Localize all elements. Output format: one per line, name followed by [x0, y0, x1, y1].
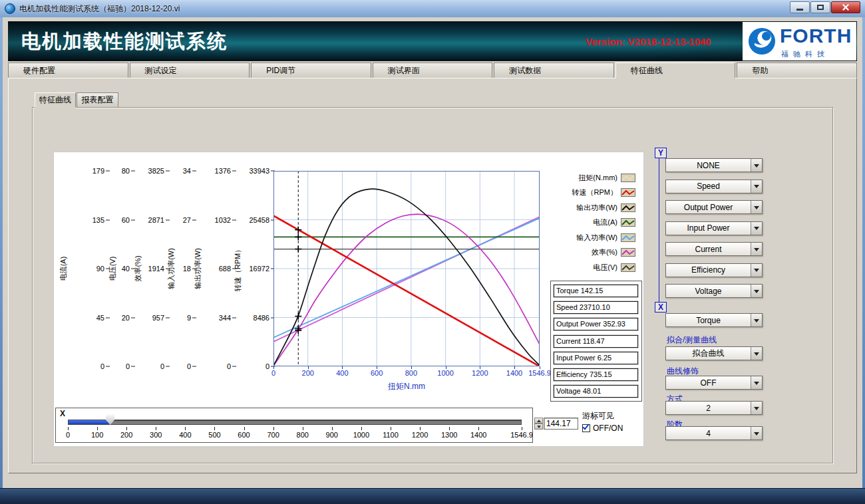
chevron-down-icon[interactable]	[751, 376, 762, 389]
y-plot-select-0[interactable]: NONE	[665, 158, 763, 172]
y-axis-name: 输入功率(W)	[166, 248, 176, 289]
slider-tick-mark	[244, 427, 245, 430]
tab-characteristic-curve[interactable]: 特征曲线	[615, 63, 736, 78]
slider-tick-label: 300	[150, 431, 162, 439]
y-plot-select-2[interactable]: Output Power	[665, 200, 763, 214]
y-axis-tick-mark	[232, 171, 236, 172]
legend-swatch-icon[interactable]	[621, 174, 635, 182]
legend-item[interactable]: 输出功率(W)	[576, 202, 635, 213]
legend-item[interactable]: 电流(A)	[593, 217, 635, 228]
legend-swatch-icon[interactable]	[621, 233, 635, 242]
maximize-button[interactable]	[810, 1, 830, 13]
y-axis-tick: 45	[96, 314, 104, 322]
plot-legend: 扭矩(N.mm)转速（RPM）输出功率(W)电流(A)输入功率(W)效率(%)电…	[530, 171, 638, 279]
slider-tick-label: 800	[297, 431, 309, 439]
taskbar[interactable]	[0, 488, 865, 504]
slider-tick-mark	[156, 427, 156, 430]
spinner-up-icon[interactable]	[534, 418, 543, 424]
chevron-down-icon[interactable]	[751, 347, 762, 360]
chevron-down-icon[interactable]	[751, 285, 762, 297]
chevron-down-icon[interactable]	[751, 402, 762, 414]
chevron-down-icon[interactable]	[751, 201, 762, 213]
slider-tick-label: 1000	[353, 431, 369, 439]
slider-track[interactable]	[68, 420, 522, 425]
cursor-x-input[interactable]	[544, 418, 578, 430]
x-axis-tick: 1000	[437, 369, 453, 377]
legend-label: 电流(A)	[593, 217, 617, 227]
legend-swatch-icon[interactable]	[621, 248, 635, 257]
y-plot-select-0-value: NONE	[666, 161, 751, 170]
chevron-down-icon[interactable]	[751, 264, 762, 277]
curve-decorate-select[interactable]: OFF	[665, 376, 763, 390]
chevron-down-icon[interactable]	[751, 222, 762, 235]
y-axis-tick: 25458	[249, 216, 269, 224]
chevron-down-icon[interactable]	[751, 427, 762, 440]
x-axis-tick: 800	[405, 369, 417, 377]
brand-name: FORTH	[780, 25, 852, 47]
y-axis-name: 效率(%)	[133, 255, 143, 281]
y-plot-select-3[interactable]: Input Power	[665, 221, 763, 235]
legend-label: 效率(%)	[592, 247, 617, 257]
tab-test-interface[interactable]: 测试界面	[373, 63, 493, 78]
y-plot-select-3-value: Input Power	[666, 223, 751, 233]
chevron-down-icon[interactable]	[751, 159, 762, 172]
subtab-characteristic-curve[interactable]: 特征曲线	[35, 92, 76, 107]
curve-4	[273, 218, 540, 338]
title-bar[interactable]: 电机加载性能测试系统（福驰）2018-12-20.vi	[0, 0, 865, 17]
checkbox-icon[interactable]	[582, 424, 590, 432]
y-plot-select-4[interactable]: Current	[665, 242, 763, 256]
legend-label: 电压(V)	[593, 263, 617, 273]
slider-tick-mark	[214, 427, 215, 430]
chevron-down-icon[interactable]	[751, 314, 762, 326]
legend-swatch-icon[interactable]	[621, 203, 635, 212]
y-axis-tick-mark	[232, 366, 236, 367]
chevron-down-icon[interactable]	[751, 180, 762, 193]
y-plot-select-5[interactable]: Efficiency	[665, 263, 763, 277]
legend-item[interactable]: 转速（RPM）	[572, 188, 635, 198]
y-axis-tick: 27	[183, 216, 191, 224]
curve-decorate-select-value: OFF	[666, 378, 751, 388]
fit-measure-select-value: 拟合曲线	[666, 348, 751, 359]
y-axis-tick: 20	[122, 314, 130, 322]
slider-tick-label: 700	[267, 431, 279, 439]
legend-item[interactable]: 输入功率(W)	[576, 232, 635, 243]
tab-hardware-config[interactable]: 硬件配置	[8, 63, 128, 78]
header-banner: 电机加载性能测试系统 Version: V2018-12-13-1040 FOR…	[8, 21, 857, 61]
legend-item[interactable]: 电压(V)	[593, 262, 635, 273]
legend-swatch-icon[interactable]	[621, 188, 635, 197]
y-axis-tick-mark	[131, 171, 135, 172]
tab-help[interactable]: 帮助	[737, 63, 857, 78]
y-axis-tick: 18	[183, 265, 191, 273]
tab-test-setting[interactable]: 测试设定	[130, 63, 250, 78]
legend-swatch-icon[interactable]	[621, 263, 635, 272]
y-axis-tick: 344	[219, 314, 231, 322]
x-axis-select[interactable]: Torque	[665, 313, 763, 327]
minimize-button[interactable]	[790, 1, 810, 13]
order-select[interactable]: 4	[665, 426, 763, 440]
cursor-readout: Speed 23710.10	[554, 301, 638, 314]
version-value: V2018-12-13-1040	[625, 36, 711, 47]
y-plot-select-6[interactable]: Voltage	[665, 284, 763, 298]
fit-measure-select[interactable]: 拟合曲线	[665, 346, 763, 360]
slider-tick-label: 400	[179, 431, 191, 439]
y-axis-tick: 179	[92, 167, 104, 175]
legend-swatch-icon[interactable]	[621, 218, 635, 227]
legend-item[interactable]: 扭矩(N.mm)	[578, 172, 635, 183]
cursor-visible-checkbox[interactable]: OFF/ON	[582, 424, 623, 433]
subtab-report-config[interactable]: 报表配置	[77, 92, 118, 107]
spinner-down-icon[interactable]	[534, 424, 543, 430]
y-axis-tick-mark	[131, 219, 135, 220]
legend-item[interactable]: 效率(%)	[592, 247, 635, 258]
mode-select[interactable]: 2	[665, 401, 763, 415]
maximize-icon	[817, 5, 824, 10]
chevron-down-icon[interactable]	[751, 243, 762, 255]
tab-pid-tuning[interactable]: PID调节	[251, 63, 371, 78]
slider-tick-mark	[332, 427, 333, 430]
window-title: 电机加载性能测试系统（福驰）2018-12-20.vi	[19, 3, 180, 15]
tab-test-data[interactable]: 测试数据	[494, 63, 614, 78]
xy-graph-plot-area[interactable]	[273, 171, 540, 366]
close-button[interactable]	[831, 1, 860, 13]
page-title: 电机加载性能测试系统	[21, 21, 228, 61]
y-plot-select-1[interactable]: Speed	[665, 180, 763, 193]
slider-tick-mark	[361, 427, 362, 430]
